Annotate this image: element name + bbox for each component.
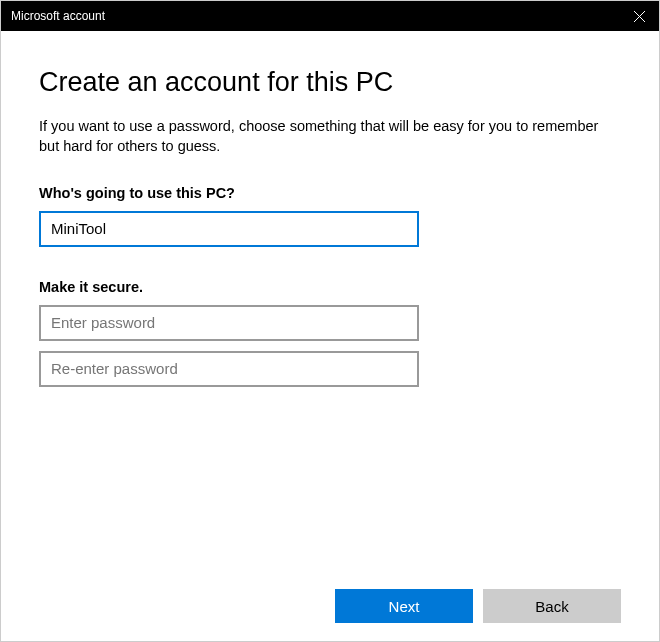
page-description: If you want to use a password, choose so… (39, 116, 621, 157)
close-button[interactable] (619, 1, 659, 31)
username-input[interactable] (39, 211, 419, 247)
security-label: Make it secure. (39, 279, 621, 295)
next-button[interactable]: Next (335, 589, 473, 623)
username-label: Who's going to use this PC? (39, 185, 621, 201)
content-area: Create an account for this PC If you wan… (1, 31, 659, 571)
window-title: Microsoft account (11, 9, 105, 23)
footer: Next Back (1, 571, 659, 641)
password-confirm-input[interactable] (39, 351, 419, 387)
password-input[interactable] (39, 305, 419, 341)
back-button[interactable]: Back (483, 589, 621, 623)
titlebar: Microsoft account (1, 1, 659, 31)
close-icon (634, 11, 645, 22)
page-title: Create an account for this PC (39, 67, 621, 98)
